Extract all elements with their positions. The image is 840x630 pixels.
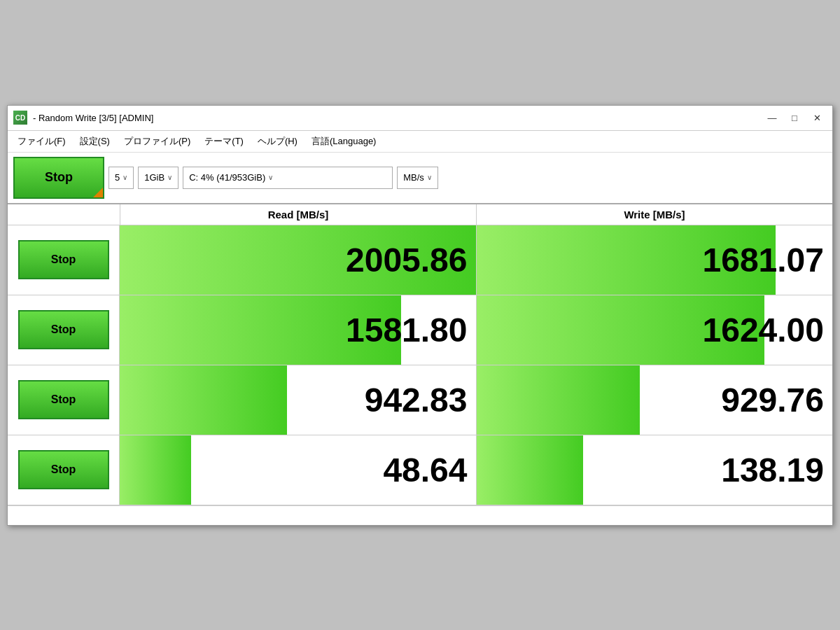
table-row: Stop 2005.86 1681.07: [8, 225, 832, 295]
stop-button-1[interactable]: Stop: [18, 310, 109, 349]
row-3-write-bar: [477, 435, 584, 505]
row-1-write: 1624.00: [477, 295, 833, 365]
drive-dropdown-arrow: ∨: [268, 174, 273, 181]
restore-button[interactable]: □: [785, 110, 804, 125]
row-2-write-value: 929.76: [721, 381, 824, 419]
main-window: CD - Random Write [3/5] [ADMIN] — □ ✕ ファ…: [7, 105, 833, 526]
row-1-read: 1581.80: [120, 295, 477, 365]
size-dropdown[interactable]: 1GiB ∨: [138, 167, 178, 189]
menu-settings[interactable]: 設定(S): [73, 132, 117, 150]
row-3-btn-cell: Stop: [8, 435, 120, 505]
menu-bar: ファイル(F) 設定(S) プロファイル(P) テーマ(T) ヘルプ(H) 言語…: [8, 131, 832, 153]
unit-dropdown-arrow: ∨: [427, 174, 432, 181]
title-bar: CD - Random Write [3/5] [ADMIN] — □ ✕: [8, 106, 832, 131]
menu-theme[interactable]: テーマ(T): [197, 132, 251, 150]
row-2-read-bar: [120, 365, 287, 435]
count-dropdown-arrow: ∨: [122, 174, 127, 181]
row-1-btn-cell: Stop: [8, 295, 120, 365]
menu-profile[interactable]: プロファイル(P): [117, 132, 197, 150]
row-3-read: 48.64: [120, 435, 477, 505]
table-row: Stop 942.83 929.76: [8, 365, 832, 435]
col-btn-header: [8, 204, 120, 225]
row-3-read-bar: [120, 435, 191, 505]
column-headers: Read [MB/s] Write [MB/s]: [8, 204, 832, 225]
count-dropdown[interactable]: 5 ∨: [108, 167, 134, 189]
row-0-btn-cell: Stop: [8, 225, 120, 295]
stop-button-2[interactable]: Stop: [18, 380, 109, 419]
row-0-write: 1681.07: [477, 225, 833, 295]
row-3-write-value: 138.19: [721, 451, 824, 489]
write-header: Write [MB/s]: [477, 204, 832, 225]
menu-help[interactable]: ヘルプ(H): [251, 132, 304, 150]
menu-file[interactable]: ファイル(F): [10, 132, 73, 150]
app-icon: CD: [13, 111, 27, 125]
unit-dropdown[interactable]: MB/s ∨: [397, 167, 438, 189]
row-1-write-value: 1624.00: [702, 311, 824, 349]
table-row: Stop 48.64 138.19: [8, 435, 832, 505]
minimize-button[interactable]: —: [762, 110, 782, 125]
close-button[interactable]: ✕: [807, 110, 827, 125]
size-dropdown-arrow: ∨: [167, 174, 172, 181]
menu-language[interactable]: 言語(Language): [304, 132, 384, 150]
row-0-write-value: 1681.07: [702, 241, 824, 279]
toolbar: Stop 5 ∨ 1GiB ∨ C: 4% (41/953GiB) ∨ MB/s…: [8, 153, 832, 204]
main-stop-button[interactable]: Stop: [13, 157, 104, 199]
table-row: Stop 1581.80 1624.00: [8, 295, 832, 365]
row-3-read-value: 48.64: [383, 451, 467, 489]
stop-button-0[interactable]: Stop: [18, 240, 109, 279]
row-0-read: 2005.86: [120, 225, 477, 295]
row-3-write: 138.19: [477, 435, 833, 505]
main-area: Read [MB/s] Write [MB/s] Stop 2005.86 16…: [8, 204, 832, 505]
row-2-write-bar: [477, 365, 640, 435]
stop-button-3[interactable]: Stop: [18, 450, 109, 489]
window-controls: — □ ✕: [762, 110, 827, 125]
row-2-btn-cell: Stop: [8, 365, 120, 435]
read-header: Read [MB/s]: [120, 204, 477, 225]
row-2-write: 929.76: [477, 365, 833, 435]
row-2-read: 942.83: [120, 365, 477, 435]
status-bar: [8, 505, 832, 525]
window-title: - Random Write [3/5] [ADMIN]: [33, 113, 762, 123]
row-2-read-value: 942.83: [365, 381, 468, 419]
drive-dropdown[interactable]: C: 4% (41/953GiB) ∨: [183, 167, 393, 189]
row-0-read-value: 2005.86: [346, 241, 468, 279]
row-1-read-value: 1581.80: [346, 311, 468, 349]
